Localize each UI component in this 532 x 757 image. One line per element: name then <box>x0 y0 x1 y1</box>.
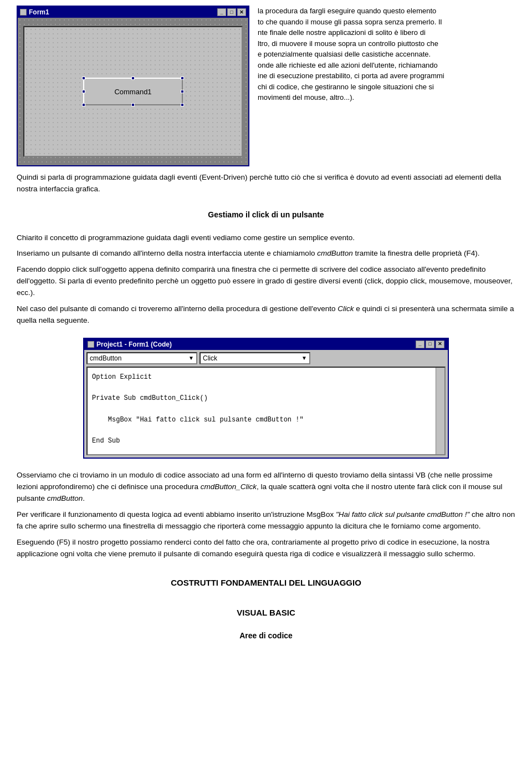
s2p1-end2: . <box>83 494 85 502</box>
section2-para3: Eseguendo (F5) il nostro progetto possia… <box>17 537 515 560</box>
code-window-icon <box>88 341 94 348</box>
s2p2-italic: "Hai fatto click sul pulsante cmdButton … <box>336 510 469 519</box>
top-section: Form1 _ □ ✕ <box>17 6 515 166</box>
top-line-5: e potenzialmente qualsiasi delle casisti… <box>258 49 515 60</box>
vb-form-window: Form1 _ □ ✕ <box>17 6 249 166</box>
form-image-area: Form1 _ □ ✕ <box>17 6 249 166</box>
section2-para1: Osserviamo che ci troviamo in un modulo … <box>17 470 515 505</box>
top-line-8: chi di codice, che gestiranno le singole… <box>258 82 515 93</box>
section1-para2-italic: cmdButton <box>317 249 353 257</box>
form-icon <box>20 9 27 16</box>
object-dropdown-arrow: ▼ <box>188 354 194 363</box>
page-wrapper: Form1 _ □ ✕ <box>0 0 532 664</box>
code-close-button[interactable]: ✕ <box>436 341 444 348</box>
handle-bl <box>82 103 85 106</box>
bottom-section: COSTRUTTI FONDAMENTALI DEL LINGUAGGIO VI… <box>17 576 515 642</box>
code-line-5: MsgBox "Hai fatto click sul pulsante cmd… <box>92 415 440 425</box>
titlebar-left: Form1 <box>20 8 49 16</box>
handle-br <box>181 103 184 106</box>
section1-para2-end: tramite la finestra delle proprietà (F4)… <box>353 249 480 257</box>
top-line-7: ine di esecuzione prestabilito, ci porta… <box>258 70 515 82</box>
s2p2-start: Per verificare il funzionamento di quest… <box>17 510 336 519</box>
top-line-6: onde alle richieste ed alle azioni dell'… <box>258 60 515 71</box>
section3-heading2: VISUAL BASIC <box>17 606 515 619</box>
section1-para3: Facendo doppio click sull'oggetto appena… <box>17 264 515 299</box>
main-content: Quindi si parla di programmazione guidat… <box>17 172 515 642</box>
vb-code-titlebar: Project1 - Form1 (Code) _ □ ✕ <box>84 339 448 350</box>
handle-bm <box>131 103 135 106</box>
vb-form-body: Command1 <box>18 18 248 165</box>
close-button[interactable]: ✕ <box>237 8 246 16</box>
maximize-button[interactable]: □ <box>227 8 236 16</box>
s2p1-italic1: cmdButton_Click <box>201 482 257 491</box>
vb-code-toolbar: cmdButton ▼ Click ▼ <box>86 352 446 364</box>
section1-para4: Nel caso del pulsante di comando ci trov… <box>17 303 515 327</box>
section1-para4-italic: Click <box>337 304 354 313</box>
command-button-label: Command1 <box>114 88 151 96</box>
code-line-3: Private Sub cmdButton_Click() <box>92 393 440 404</box>
top-line-9: movimenti del mouse, altro...). <box>258 92 515 103</box>
s2p1-italic2: cmdButton <box>47 494 83 502</box>
code-minimize-button[interactable]: _ <box>416 341 424 348</box>
vb-code-editor[interactable]: Option Explicit Private Sub cmdButton_Cl… <box>86 367 446 455</box>
section1-heading: Gestiamo il click di un pulsante <box>17 209 515 221</box>
vb-code-window: Project1 - Form1 (Code) _ □ ✕ cmdButton … <box>83 338 449 459</box>
form-controls: _ □ ✕ <box>217 8 246 16</box>
section1-para4-start: Nel caso del pulsante di comando ci trov… <box>17 304 337 313</box>
code-line-7: End Sub <box>92 436 440 446</box>
code-window-title: Project1 - Form1 (Code) <box>96 339 172 350</box>
code-line-6 <box>92 425 440 436</box>
code-titlebar-left: Project1 - Form1 (Code) <box>88 339 172 350</box>
code-maximize-button[interactable]: □ <box>426 341 434 348</box>
code-line-1: Option Explicit <box>92 372 440 383</box>
event-dropdown[interactable]: Click ▼ <box>200 352 310 364</box>
form-title: Form1 <box>29 8 49 16</box>
section1-para2: Inseriamo un pulsante di comando all'int… <box>17 248 515 260</box>
vb-form-titlebar: Form1 _ □ ✕ <box>18 7 248 18</box>
object-dropdown-value: cmdButton <box>90 353 121 364</box>
handle-tl <box>82 77 85 80</box>
command-button[interactable]: Command1 <box>83 78 183 105</box>
section1-para2-start: Inseriamo un pulsante di comando all'int… <box>17 249 317 257</box>
handle-ml <box>82 90 85 93</box>
vb-inner-form: Command1 <box>23 26 243 157</box>
event-driven-paragraph: Quindi si parla di programmazione guidat… <box>17 172 515 195</box>
event-dropdown-value: Click <box>203 353 217 364</box>
object-dropdown[interactable]: cmdButton ▼ <box>86 352 197 364</box>
minimize-button[interactable]: _ <box>217 8 226 16</box>
section1-para1: Chiarito il concetto di programmazione g… <box>17 232 515 244</box>
event-dropdown-arrow: ▼ <box>301 354 307 363</box>
code-line-4 <box>92 404 440 415</box>
top-line-4: ltro, di muovere il mouse sopra un contr… <box>258 38 515 49</box>
vb-code-body: cmdButton ▼ Click ▼ Option Explicit Priv… <box>84 350 448 458</box>
top-right-text: la procedura da fargli eseguire quando q… <box>249 6 515 166</box>
code-window-controls: _ □ ✕ <box>416 341 444 348</box>
section3-heading1: COSTRUTTI FONDAMENTALI DEL LINGUAGGIO <box>17 576 515 589</box>
top-line-3: nte finale delle nostre applicazioni di … <box>258 27 515 38</box>
top-line-1: la procedura da fargli eseguire quando q… <box>258 6 515 17</box>
handle-tr <box>181 77 184 80</box>
section2-para2: Per verificare il funzionamento di quest… <box>17 509 515 532</box>
code-scrollbar[interactable] <box>436 368 444 454</box>
top-line-2: to che quando il mouse gli passa sopra s… <box>258 17 515 28</box>
handle-tm <box>131 77 135 80</box>
handle-mr <box>181 90 184 93</box>
section3-subheading: Aree di codice <box>17 630 515 642</box>
code-line-2 <box>92 383 440 393</box>
